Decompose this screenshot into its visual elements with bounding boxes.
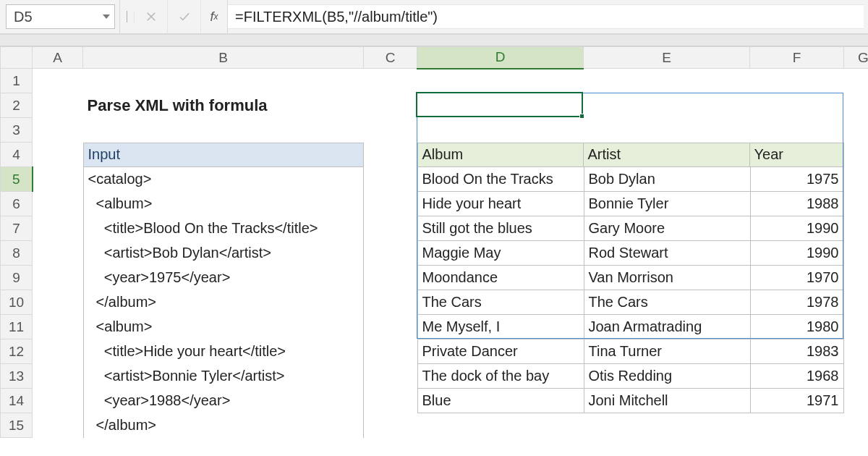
cell-year[interactable]: 1988 bbox=[750, 192, 844, 216]
formula-bar: D5 fx =FILTERXML(B5,"//album/title") bbox=[0, 0, 868, 35]
row: 1 bbox=[1, 69, 869, 93]
col-header-A[interactable]: A bbox=[33, 47, 83, 69]
cell-year[interactable]: 1978 bbox=[750, 290, 844, 315]
row: 3 bbox=[1, 118, 869, 143]
cell-album[interactable]: Maggie May bbox=[417, 241, 584, 266]
cell-artist[interactable]: Rod Stewart bbox=[584, 241, 750, 266]
row: 8 <artist>Bob Dylan</artist> Maggie May … bbox=[1, 241, 869, 266]
col-header-E[interactable]: E bbox=[584, 47, 750, 69]
input-line[interactable]: <artist>Bonnie Tyler</artist> bbox=[83, 364, 364, 389]
input-line[interactable]: <title>Hide your heart</title> bbox=[83, 339, 364, 364]
row-header[interactable]: 9 bbox=[1, 266, 33, 290]
row-header[interactable]: 3 bbox=[1, 118, 33, 143]
chevron-down-icon[interactable] bbox=[103, 14, 110, 19]
input-line[interactable]: <title>Blood On the Tracks</title> bbox=[83, 216, 364, 241]
row: 12 <title>Hide your heart</title> Privat… bbox=[1, 339, 869, 364]
column-headers[interactable]: A B C D E F G bbox=[1, 47, 869, 69]
row: 6 <album> Hide your heart Bonnie Tyler 1… bbox=[1, 192, 869, 216]
col-header-B[interactable]: B bbox=[83, 47, 364, 69]
col-header-C[interactable]: C bbox=[364, 47, 417, 69]
row-header[interactable]: 15 bbox=[1, 413, 33, 438]
input-line[interactable]: <year>1975</year> bbox=[83, 266, 364, 290]
col-header-F[interactable]: F bbox=[750, 47, 844, 69]
cell-year[interactable]: 1970 bbox=[750, 266, 844, 290]
row: 13 <artist>Bonnie Tyler</artist> The doc… bbox=[1, 364, 869, 389]
select-all-corner[interactable] bbox=[1, 47, 33, 69]
cell-album[interactable]: Blue bbox=[417, 389, 584, 413]
row-header[interactable]: 4 bbox=[1, 143, 33, 167]
row: 4 Input Album Artist Year bbox=[1, 143, 869, 167]
cell-year[interactable]: 1990 bbox=[750, 216, 844, 241]
row: 9 <year>1975</year> Moondance Van Morris… bbox=[1, 266, 869, 290]
enter-icon[interactable] bbox=[168, 0, 201, 33]
divider-icon bbox=[120, 11, 135, 22]
cell-year[interactable]: 1990 bbox=[750, 241, 844, 266]
cell-artist[interactable]: Tina Turner bbox=[584, 339, 750, 364]
row: 10 </album> The Cars The Cars 1978 bbox=[1, 290, 869, 315]
input-header-cell[interactable]: Input bbox=[83, 143, 364, 167]
cell-album[interactable]: Moondance bbox=[417, 266, 584, 290]
cell-year[interactable]: 1975 bbox=[750, 167, 844, 192]
cell-year[interactable]: 1983 bbox=[750, 339, 844, 364]
row-header[interactable]: 1 bbox=[1, 69, 33, 93]
cell-artist[interactable]: Van Morrison bbox=[584, 266, 750, 290]
cell-artist[interactable]: Joni Mitchell bbox=[584, 389, 750, 413]
cell-year[interactable]: 1980 bbox=[750, 315, 844, 339]
name-box-wrap: D5 bbox=[0, 0, 120, 33]
grid[interactable]: A B C D E F G 1 2 Parse XML with formula… bbox=[0, 46, 868, 438]
row-header[interactable]: 5 bbox=[1, 167, 33, 192]
row-header[interactable]: 11 bbox=[1, 315, 33, 339]
row: 11 <album> Me Myself, I Joan Armatrading… bbox=[1, 315, 869, 339]
cell-artist[interactable]: Bonnie Tyler bbox=[584, 192, 750, 216]
fx-icon[interactable]: fx bbox=[201, 0, 227, 33]
page-title: Parse XML with formula bbox=[83, 93, 364, 118]
name-box-value: D5 bbox=[14, 9, 33, 25]
cell-album[interactable]: Still got the blues bbox=[417, 216, 584, 241]
input-line[interactable]: </album> bbox=[83, 290, 364, 315]
row-header[interactable]: 14 bbox=[1, 389, 33, 413]
cell-album[interactable]: Blood On the Tracks bbox=[417, 167, 584, 192]
col-header-G[interactable]: G bbox=[844, 47, 869, 69]
cell-artist[interactable]: The Cars bbox=[584, 290, 750, 315]
formula-text: =FILTERXML(B5,"//album/title") bbox=[235, 9, 438, 25]
cell-artist[interactable]: Gary Moore bbox=[584, 216, 750, 241]
output-header-year[interactable]: Year bbox=[750, 143, 844, 167]
row-header[interactable]: 6 bbox=[1, 192, 33, 216]
cell-album[interactable]: The dock of the bay bbox=[417, 364, 584, 389]
name-box[interactable]: D5 bbox=[6, 4, 115, 29]
cell-album[interactable]: Hide your heart bbox=[417, 192, 584, 216]
row-header[interactable]: 10 bbox=[1, 290, 33, 315]
row: 7 <title>Blood On the Tracks</title> Sti… bbox=[1, 216, 869, 241]
row-header[interactable]: 7 bbox=[1, 216, 33, 241]
cell-album[interactable]: The Cars bbox=[417, 290, 584, 315]
input-line[interactable]: <artist>Bob Dylan</artist> bbox=[83, 241, 364, 266]
cell-year[interactable]: 1971 bbox=[750, 389, 844, 413]
input-line[interactable]: <catalog> bbox=[83, 167, 364, 192]
formula-bar-buttons: fx bbox=[120, 0, 228, 33]
cell-artist[interactable]: Otis Redding bbox=[584, 364, 750, 389]
output-header-album[interactable]: Album bbox=[417, 143, 584, 167]
row: 5 <catalog> Blood On the Tracks Bob Dyla… bbox=[1, 167, 869, 192]
row-header[interactable]: 2 bbox=[1, 93, 33, 118]
cancel-icon[interactable] bbox=[135, 0, 168, 33]
row-header[interactable]: 13 bbox=[1, 364, 33, 389]
input-line[interactable]: <album> bbox=[83, 192, 364, 216]
cell-artist[interactable]: Joan Armatrading bbox=[584, 315, 750, 339]
row-header[interactable]: 12 bbox=[1, 339, 33, 364]
input-line[interactable]: <year>1988</year> bbox=[83, 389, 364, 413]
input-line[interactable]: <album> bbox=[83, 315, 364, 339]
row-header[interactable]: 8 bbox=[1, 241, 33, 266]
fill-handle[interactable] bbox=[579, 114, 584, 119]
formula-input[interactable]: =FILTERXML(B5,"//album/title") bbox=[228, 4, 864, 29]
cell-album[interactable]: Me Myself, I bbox=[417, 315, 584, 339]
worksheet[interactable]: A B C D E F G 1 2 Parse XML with formula… bbox=[0, 46, 868, 438]
row: 2 Parse XML with formula bbox=[1, 93, 869, 118]
header-separator bbox=[0, 35, 868, 46]
cell-artist[interactable]: Bob Dylan bbox=[584, 167, 750, 192]
row: 14 <year>1988</year> Blue Joni Mitchell … bbox=[1, 389, 869, 413]
output-header-artist[interactable]: Artist bbox=[584, 143, 750, 167]
cell-album[interactable]: Private Dancer bbox=[417, 339, 584, 364]
cell-year[interactable]: 1968 bbox=[750, 364, 844, 389]
col-header-D[interactable]: D bbox=[417, 47, 584, 69]
input-line[interactable]: </album> bbox=[83, 413, 364, 438]
